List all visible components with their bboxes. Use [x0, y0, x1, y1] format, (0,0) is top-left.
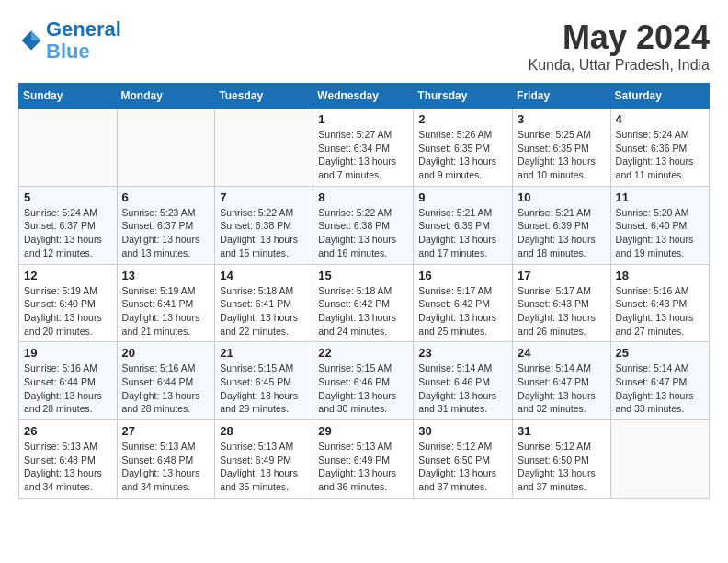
day-info: Sunrise: 5:24 AMSunset: 6:37 PMDaylight:… [24, 206, 112, 260]
day-info: Sunrise: 5:14 AMSunset: 6:47 PMDaylight:… [616, 362, 704, 416]
week-row-5: 26Sunrise: 5:13 AMSunset: 6:48 PMDayligh… [19, 420, 710, 499]
day-header-friday: Friday [513, 84, 611, 109]
day-info: Sunrise: 5:21 AMSunset: 6:39 PMDaylight:… [418, 206, 507, 260]
day-number: 25 [616, 346, 704, 360]
day-number: 15 [318, 269, 408, 282]
calendar-cell: 18Sunrise: 5:16 AMSunset: 6:43 PMDayligh… [610, 264, 709, 342]
day-info: Sunrise: 5:21 AMSunset: 6:39 PMDaylight:… [518, 206, 606, 260]
calendar-cell: 15Sunrise: 5:18 AMSunset: 6:42 PMDayligh… [313, 264, 414, 342]
calendar-header-row: SundayMondayTuesdayWednesdayThursdayFrid… [19, 84, 710, 109]
calendar-cell: 25Sunrise: 5:14 AMSunset: 6:47 PMDayligh… [610, 342, 709, 420]
calendar-cell: 20Sunrise: 5:16 AMSunset: 6:44 PMDayligh… [117, 342, 215, 420]
day-header-thursday: Thursday [414, 84, 513, 109]
day-info: Sunrise: 5:22 AMSunset: 6:38 PMDaylight:… [318, 206, 408, 260]
day-info: Sunrise: 5:14 AMSunset: 6:46 PMDaylight:… [418, 362, 507, 416]
calendar-cell: 21Sunrise: 5:15 AMSunset: 6:45 PMDayligh… [215, 342, 313, 420]
calendar-cell: 9Sunrise: 5:21 AMSunset: 6:39 PMDaylight… [414, 186, 513, 264]
day-info: Sunrise: 5:19 AMSunset: 6:41 PMDaylight:… [122, 284, 210, 339]
day-info: Sunrise: 5:13 AMSunset: 6:48 PMDaylight:… [122, 440, 210, 494]
calendar-cell: 10Sunrise: 5:21 AMSunset: 6:39 PMDayligh… [513, 186, 611, 264]
week-row-4: 19Sunrise: 5:16 AMSunset: 6:44 PMDayligh… [19, 342, 710, 420]
day-info: Sunrise: 5:12 AMSunset: 6:50 PMDaylight:… [518, 440, 606, 494]
day-header-wednesday: Wednesday [313, 84, 414, 109]
calendar-cell: 13Sunrise: 5:19 AMSunset: 6:41 PMDayligh… [117, 264, 215, 342]
calendar-cell: 16Sunrise: 5:17 AMSunset: 6:42 PMDayligh… [414, 264, 513, 342]
day-number: 3 [518, 112, 606, 126]
calendar-cell: 6Sunrise: 5:23 AMSunset: 6:37 PMDaylight… [117, 186, 215, 264]
day-info: Sunrise: 5:16 AMSunset: 6:43 PMDaylight:… [616, 284, 704, 339]
calendar-cell: 24Sunrise: 5:14 AMSunset: 6:47 PMDayligh… [513, 342, 611, 420]
logo: General Blue [18, 18, 121, 63]
day-info: Sunrise: 5:22 AMSunset: 6:38 PMDaylight:… [220, 206, 308, 260]
logo-text: General Blue [46, 18, 121, 63]
calendar-cell: 8Sunrise: 5:22 AMSunset: 6:38 PMDaylight… [313, 186, 414, 264]
day-info: Sunrise: 5:18 AMSunset: 6:41 PMDaylight:… [220, 284, 308, 339]
calendar-cell: 28Sunrise: 5:13 AMSunset: 6:49 PMDayligh… [215, 420, 313, 499]
day-number: 30 [418, 424, 507, 438]
day-header-saturday: Saturday [610, 84, 709, 109]
day-info: Sunrise: 5:13 AMSunset: 6:49 PMDaylight:… [220, 440, 308, 494]
calendar-cell: 3Sunrise: 5:25 AMSunset: 6:35 PMDaylight… [513, 109, 611, 187]
month-title: May 2024 [529, 18, 710, 57]
title-block: May 2024 Kunda, Uttar Pradesh, India [529, 18, 710, 74]
day-number: 16 [418, 269, 507, 282]
calendar-cell: 14Sunrise: 5:18 AMSunset: 6:41 PMDayligh… [215, 264, 313, 342]
day-info: Sunrise: 5:24 AMSunset: 6:36 PMDaylight:… [616, 128, 704, 182]
day-info: Sunrise: 5:12 AMSunset: 6:50 PMDaylight:… [418, 440, 507, 494]
calendar-cell: 26Sunrise: 5:13 AMSunset: 6:48 PMDayligh… [19, 420, 118, 499]
calendar-cell [215, 109, 313, 187]
day-number: 1 [318, 112, 408, 126]
day-header-monday: Monday [117, 84, 215, 109]
day-number: 2 [418, 112, 507, 126]
day-info: Sunrise: 5:15 AMSunset: 6:46 PMDaylight:… [318, 362, 408, 416]
day-info: Sunrise: 5:18 AMSunset: 6:42 PMDaylight:… [318, 284, 408, 339]
day-info: Sunrise: 5:15 AMSunset: 6:45 PMDaylight:… [220, 362, 308, 416]
calendar-table: SundayMondayTuesdayWednesdayThursdayFrid… [18, 83, 710, 499]
day-number: 6 [122, 190, 210, 204]
calendar-cell [117, 109, 215, 187]
day-number: 23 [418, 346, 507, 360]
day-info: Sunrise: 5:23 AMSunset: 6:37 PMDaylight:… [122, 206, 210, 260]
week-row-1: 1Sunrise: 5:27 AMSunset: 6:34 PMDaylight… [19, 109, 710, 187]
day-info: Sunrise: 5:16 AMSunset: 6:44 PMDaylight:… [24, 362, 112, 416]
logo-icon [18, 28, 44, 53]
day-number: 22 [318, 346, 408, 360]
calendar-cell: 23Sunrise: 5:14 AMSunset: 6:46 PMDayligh… [414, 342, 513, 420]
day-info: Sunrise: 5:26 AMSunset: 6:35 PMDaylight:… [418, 128, 507, 182]
day-number: 20 [122, 346, 210, 360]
day-number: 24 [518, 346, 606, 360]
day-number: 29 [318, 424, 408, 438]
page-header: General Blue May 2024 Kunda, Uttar Prade… [18, 18, 710, 74]
day-number: 13 [122, 269, 210, 282]
calendar-cell: 2Sunrise: 5:26 AMSunset: 6:35 PMDaylight… [414, 109, 513, 187]
location-title: Kunda, Uttar Pradesh, India [529, 57, 710, 74]
calendar-cell: 19Sunrise: 5:16 AMSunset: 6:44 PMDayligh… [19, 342, 118, 420]
day-number: 11 [616, 190, 704, 204]
calendar-cell [19, 109, 118, 187]
calendar-cell: 11Sunrise: 5:20 AMSunset: 6:40 PMDayligh… [610, 186, 709, 264]
calendar-cell: 30Sunrise: 5:12 AMSunset: 6:50 PMDayligh… [414, 420, 513, 499]
calendar-cell: 12Sunrise: 5:19 AMSunset: 6:40 PMDayligh… [19, 264, 118, 342]
day-number: 17 [518, 269, 606, 282]
day-info: Sunrise: 5:17 AMSunset: 6:42 PMDaylight:… [418, 284, 507, 339]
day-info: Sunrise: 5:20 AMSunset: 6:40 PMDaylight:… [616, 206, 704, 260]
day-number: 21 [220, 346, 308, 360]
day-number: 28 [220, 424, 308, 438]
calendar-cell [610, 420, 709, 499]
calendar-cell: 4Sunrise: 5:24 AMSunset: 6:36 PMDaylight… [610, 109, 709, 187]
calendar-cell: 5Sunrise: 5:24 AMSunset: 6:37 PMDaylight… [19, 186, 118, 264]
day-info: Sunrise: 5:17 AMSunset: 6:43 PMDaylight:… [518, 284, 606, 339]
day-number: 10 [518, 190, 606, 204]
day-number: 19 [24, 346, 112, 360]
day-info: Sunrise: 5:14 AMSunset: 6:47 PMDaylight:… [518, 362, 606, 416]
calendar-cell: 17Sunrise: 5:17 AMSunset: 6:43 PMDayligh… [513, 264, 611, 342]
day-header-sunday: Sunday [19, 84, 118, 109]
day-number: 27 [122, 424, 210, 438]
day-number: 7 [220, 190, 308, 204]
calendar-cell: 29Sunrise: 5:13 AMSunset: 6:49 PMDayligh… [313, 420, 414, 499]
calendar-cell: 22Sunrise: 5:15 AMSunset: 6:46 PMDayligh… [313, 342, 414, 420]
day-number: 8 [318, 190, 408, 204]
day-number: 14 [220, 269, 308, 282]
week-row-2: 5Sunrise: 5:24 AMSunset: 6:37 PMDaylight… [19, 186, 710, 264]
day-info: Sunrise: 5:13 AMSunset: 6:49 PMDaylight:… [318, 440, 408, 494]
